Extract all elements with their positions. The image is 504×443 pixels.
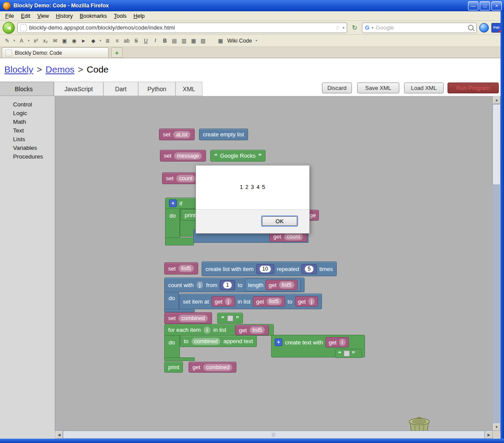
run-program-button[interactable]: Run Program [448,83,499,93]
block-set-combined[interactable]: set combined [164,312,212,324]
empty-text-field[interactable] [227,315,233,321]
vertical-scrollbar[interactable]: ▲ ▼ [493,96,501,431]
number-field[interactable]: 1 [223,281,232,289]
tab-title[interactable]: Blockly Demo: Code [15,50,62,56]
block-foreach-do-spine[interactable]: do [164,335,180,358]
block-number-1[interactable]: 1 [220,280,235,290]
block-if-bottom[interactable] [165,238,194,245]
font-dropdown-icon[interactable]: ▾ [27,36,31,45]
block-get-j[interactable]: get j [295,296,318,307]
wiki-code-label[interactable]: Wiki Code [227,38,252,44]
block-number-5[interactable]: 5 [302,264,317,274]
menu-view[interactable]: View [34,12,53,20]
var-field-j[interactable]: j [308,298,315,305]
url-dropdown-icon[interactable]: ▾ [342,26,345,30]
menu-bookmarks[interactable]: Bookmarks [76,12,111,20]
strikethrough-icon[interactable]: S [132,36,141,45]
block-create-empty-list[interactable]: create empty list [199,129,248,140]
block-create-list-with-item[interactable]: create list with item 10 repeated 5 time… [202,261,337,276]
category-math[interactable]: Math [13,117,26,126]
block-length[interactable]: length get list5 [245,278,301,291]
block-number-10[interactable]: 10 [256,264,274,274]
block-set-alist[interactable]: set aList [159,129,195,140]
horizontal-scrollbar[interactable]: ◀ ▶ [55,431,493,439]
addon-orb-icon[interactable] [479,23,489,33]
align-center-icon[interactable]: ▥ [179,36,189,45]
block-text-google-rocks[interactable]: “ Google Rocks ” [210,150,265,162]
tab-javascript[interactable]: JavaScript [54,82,103,96]
var-field-alist[interactable]: aList [173,131,190,139]
mutator-plus-icon[interactable]: + [275,338,282,346]
var-field-j[interactable]: j [196,281,204,289]
close-button[interactable]: × [491,1,502,10]
menu-help[interactable]: Help [130,12,148,20]
tab-blocks[interactable]: Blocks [0,82,54,96]
tab-xml[interactable]: XML [176,82,202,96]
block-set-list5[interactable]: set list5 [164,262,198,274]
var-field-count[interactable]: count [176,175,196,182]
mutator-plus-icon[interactable]: + [169,199,177,207]
scroll-left-icon[interactable]: ◀ [55,431,63,439]
var-field-list5[interactable]: list5 [249,326,265,334]
superscript-icon[interactable]: x² [31,36,40,45]
align-left-icon[interactable]: ▤ [170,36,179,45]
email-icon[interactable]: ✉ [50,36,60,45]
scroll-right-icon[interactable]: ▶ [485,431,493,439]
var-field-message[interactable]: message [174,152,202,160]
load-xml-button[interactable]: Load XML [404,83,444,93]
block-get-list5[interactable]: get list5 [235,325,269,335]
scroll-down-icon[interactable]: ▼ [493,423,501,431]
tab-dart[interactable]: Dart [103,82,138,96]
highlight-dropdown-icon[interactable]: ▾ [98,36,103,45]
var-field-j[interactable]: j [225,298,232,305]
var-field-combined[interactable]: combined [191,337,221,345]
pencil-icon[interactable]: ✎ [3,36,12,45]
category-control[interactable]: Control [13,100,32,109]
empty-text-field[interactable] [344,350,350,357]
bold-icon[interactable]: B [160,36,169,45]
vertical-scrollbar-thumb[interactable] [493,104,501,185]
bookmark-star-icon[interactable]: ☆ [335,24,341,31]
block-get-i[interactable]: get i [325,337,349,347]
new-tab-button[interactable]: + [111,47,123,58]
font-icon[interactable]: A [17,36,26,45]
var-field-combined[interactable]: combined [203,364,232,371]
image-icon[interactable]: ▣ [60,36,69,45]
numbered-list-icon[interactable]: ≣ [103,36,112,45]
block-count-do-spine[interactable]: do [164,292,179,309]
var-field-combined[interactable]: combined [178,314,208,322]
block-get-list5[interactable]: get list5 [265,280,297,290]
category-text[interactable]: Text [13,126,24,135]
search-box[interactable]: G ▾ Google [362,23,477,33]
bullet-list-icon[interactable]: ≡ [113,36,122,45]
var-field-list5[interactable]: list5 [178,264,194,272]
highlight-icon[interactable]: ◆ [89,36,98,45]
minimize-button[interactable]: — [468,1,478,10]
category-lists[interactable]: Lists [13,135,25,143]
reload-icon[interactable]: ↻ [350,23,359,33]
url-bar[interactable]: blockly-demo.appspot.com/blockly/demos/c… [17,23,347,33]
block-empty-text[interactable]: “ ” [335,349,362,358]
wiki-dropdown-icon[interactable]: ▾ [254,36,259,45]
block-set-message[interactable]: set message [160,150,206,162]
block-count-loop[interactable]: count with j from 1 to length get list5 [164,278,305,292]
menu-edit[interactable]: Edit [17,12,34,20]
category-procedures[interactable]: Procedures [13,152,43,161]
search-placeholder[interactable]: Google [376,24,466,31]
category-logic[interactable]: Logic [13,109,27,117]
underline-icon[interactable]: U [141,36,150,45]
block-get-combined[interactable]: get combined [189,362,236,373]
block-foreach-bottom[interactable] [164,357,195,361]
block-append-text[interactable]: to combined append text [180,335,257,347]
var-field-i[interactable]: i [339,338,346,346]
smiley-icon[interactable]: ◉ [70,36,79,45]
maximize-button[interactable]: □ [480,1,490,10]
scroll-up-icon[interactable]: ▲ [493,96,501,104]
discard-button[interactable]: Discard [322,83,352,93]
menu-file[interactable]: File [2,12,17,20]
block-set-count[interactable]: set count [162,172,199,184]
ok-button[interactable]: OK [261,215,298,227]
category-variables[interactable]: Variables [13,143,37,152]
browser-tab[interactable]: Blockly Demo: Code [2,47,109,58]
save-xml-button[interactable]: Save XML [357,83,399,93]
